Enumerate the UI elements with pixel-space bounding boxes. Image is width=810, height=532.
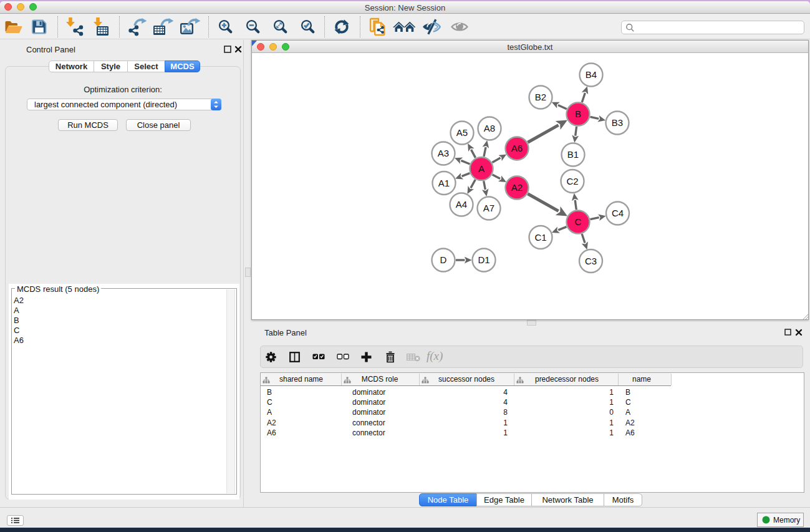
svg-text:B: B [575, 109, 581, 119]
svg-text:C2: C2 [566, 176, 578, 186]
svg-text:C: C [575, 216, 582, 227]
svg-text:A5: A5 [456, 127, 468, 138]
svg-text:A: A [478, 163, 485, 174]
svg-text:A2: A2 [511, 182, 523, 193]
svg-text:C1: C1 [534, 232, 546, 243]
svg-text:C3: C3 [585, 256, 597, 266]
svg-text:A4: A4 [456, 199, 467, 210]
svg-text:B3: B3 [612, 117, 623, 128]
svg-text:C4: C4 [612, 208, 624, 218]
svg-text:B2: B2 [535, 92, 546, 102]
svg-text:B4: B4 [586, 69, 597, 80]
svg-text:B1: B1 [567, 149, 579, 160]
svg-text:D: D [440, 254, 447, 265]
svg-text:D1: D1 [478, 254, 489, 265]
svg-text:A1: A1 [438, 178, 450, 188]
svg-text:A8: A8 [484, 123, 495, 133]
svg-text:A3: A3 [438, 148, 449, 158]
svg-text:A6: A6 [511, 143, 523, 153]
svg-text:A7: A7 [483, 203, 494, 213]
